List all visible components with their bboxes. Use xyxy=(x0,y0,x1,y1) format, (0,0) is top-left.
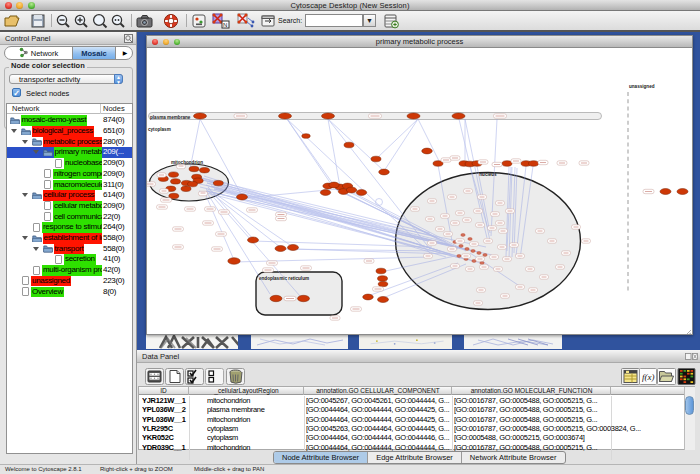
svg-text:cytoplasm: cytoplasm xyxy=(148,127,171,132)
svg-text:unassigned: unassigned xyxy=(629,84,655,89)
svg-text:f(x): f(x) xyxy=(642,372,655,382)
svg-text:mitochondrion: mitochondrion xyxy=(171,160,203,165)
svg-text:plasma membrane: plasma membrane xyxy=(150,115,191,120)
svg-text:N: N xyxy=(223,22,227,28)
